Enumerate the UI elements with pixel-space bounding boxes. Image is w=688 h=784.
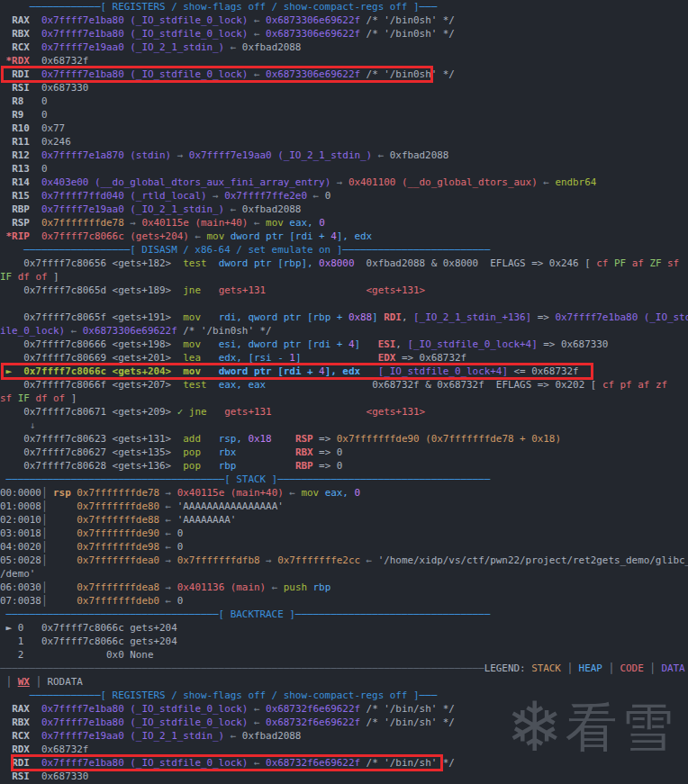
reg-row-rcx: RCX 0x7ffff7e19aa0 (_IO_2_1_stdin_) ← 0x… (0, 41, 688, 54)
reg-row-rsi: RSI 0x687330 (0, 81, 688, 95)
stack-row-01: 01:0008│ 0x7fffffffde80 ← 'AAAAAAAAAAAAA… (0, 500, 688, 513)
reg-row-r8: R8 0 (0, 95, 688, 108)
disasm-row-gets-204-current: ► 0x7ffff7c8066c <gets+204> mov dword pt… (0, 365, 688, 378)
disasm-row-gets-135: 0x7ffff7c80627 <gets+135> pop rbx RBX =>… (0, 446, 688, 459)
header-registers: ────────────[ REGISTERS / show-flags off… (0, 0, 688, 14)
reg-row-rax: RAX 0x7ffff7e1ba80 (_IO_stdfile_0_lock) … (0, 14, 688, 27)
stack-row-06: 06:0030│ 0x7fffffffdea8 → 0x401136 (main… (0, 581, 688, 594)
reg2-row-rax: RAX 0x7ffff7e1ba80 (_IO_stdfile_0_lock) … (0, 702, 688, 716)
header-registers-2: ────────────[ REGISTERS / show-flags off… (0, 689, 688, 702)
reg-row-r12: R12 0x7ffff7e1a870 (stdin) → 0x7ffff7e19… (0, 149, 688, 162)
disasm-row-blank (0, 297, 688, 311)
reg-row-r14: R14 0x403e00 (__do_global_dtors_aux_fini… (0, 176, 688, 189)
reg2-row-rdx: RDX 0x68732f (0, 743, 688, 756)
debugger-screen: ────────────[ REGISTERS / show-flags off… (0, 0, 688, 784)
reg-row-rdx: *RDX 0x68732f (0, 54, 688, 68)
legend-row-wrap: │ WX │ RODATA (0, 675, 688, 689)
reg-row-rbx: RBX 0x7ffff7e1ba80 (_IO_stdfile_0_lock) … (0, 27, 688, 41)
stack-row-03: 03:0018│ 0x7fffffffde90 ← 0 (0, 527, 688, 540)
stack-row-05-wrap: /demo' (0, 567, 688, 581)
stack-row-05: 05:0028│ 0x7fffffffdea0 → 0x7fffffffdfb8… (0, 554, 688, 567)
disasm-row-gets-191-wrap: ile_0_lock) ← 0x6873306e69622f /* '/bin0… (0, 324, 688, 338)
disasm-row-gets-182: 0x7ffff7c80656 <gets+182> test dword ptr… (0, 257, 688, 270)
disasm-row-gets-131: 0x7ffff7c80623 <gets+131> add rsp, 0x18 … (0, 432, 688, 446)
stack-row-04: 04:0020│ 0x7fffffffde98 ← 0 (0, 540, 688, 554)
disasm-row-jump-arrow: ↓ (0, 419, 688, 432)
reg-row-r13: R13 0 (0, 162, 688, 176)
stack-row-00: 00:0000│ rsp 0x7fffffffde78 → 0x40115e (… (0, 486, 688, 500)
backtrace-row-1: 1 0x7ffff7c8066c gets+204 (0, 635, 688, 648)
header-stack: ─────────────────────────────────────[ S… (0, 473, 688, 486)
stack-row-07: 07:0038│ 0x7fffffffdeb0 ← 0 (0, 594, 688, 608)
disasm-row-flags-wrap-1: IF df of ] (0, 270, 688, 284)
disasm-row-gets-189: 0x7ffff7c8065d <gets+189> jne gets+131 <… (0, 284, 688, 297)
debugger-terminal: ────────────[ REGISTERS / show-flags off… (0, 0, 688, 783)
reg-row-r9: R9 0 (0, 108, 688, 122)
reg2-row-rbx: RBX 0x7ffff7e1ba80 (_IO_stdfile_0_lock) … (0, 716, 688, 729)
reg-row-rdi-highlighted: RDI 0x7ffff7e1ba80 (_IO_stdfile_0_lock) … (0, 68, 688, 81)
reg-row-rbp: RBP 0x7ffff7e19aa0 (_IO_2_1_stdin_) ← 0x… (0, 203, 688, 216)
reg2-row-rsi: RSI 0x687330 (0, 770, 688, 783)
disasm-row-gets-136: 0x7ffff7c80628 <gets+136> pop rbp RBP =>… (0, 459, 688, 473)
reg-row-r15: R15 0x7ffff7ffd040 (_rtld_local) → 0x7ff… (0, 189, 688, 203)
reg-row-r10: R10 0x77 (0, 122, 688, 135)
backtrace-row-0: ► 0 0x7ffff7c8066c gets+204 (0, 621, 688, 635)
reg-row-rsp: RSP 0x7fffffffde78 → 0x40115e (main+40) … (0, 216, 688, 230)
disasm-row-gets-191: 0x7ffff7c8065f <gets+191> mov rdi, qword… (0, 311, 688, 324)
reg2-row-rdi-highlighted: RDI 0x7ffff7e1ba80 (_IO_stdfile_0_lock) … (0, 756, 688, 770)
legend-row: ────────────────────────────────────────… (0, 662, 688, 675)
reg2-row-rcx: RCX 0x7ffff7e19aa0 (_IO_2_1_stdin_) ← 0x… (0, 729, 688, 743)
reg-row-r11: R11 0x246 (0, 135, 688, 149)
header-disasm: ──────────────────[ DISASM / x86-64 / se… (0, 243, 688, 257)
header-backtrace: ────────────────────────────────────[ BA… (0, 608, 688, 621)
disasm-row-gets-207: 0x7ffff7c8066f <gets+207> test eax, eax … (0, 378, 688, 392)
disasm-row-gets-201: 0x7ffff7c80669 <gets+201> lea edx, [rsi … (0, 351, 688, 365)
disasm-row-gets-198: 0x7ffff7c80666 <gets+198> mov esi, dword… (0, 338, 688, 351)
backtrace-row-2: 2 0x0 None (0, 648, 688, 662)
disasm-row-flags-wrap-2: sf IF df of ] (0, 392, 688, 405)
stack-row-02: 02:0010│ 0x7fffffffde88 ← 'AAAAAAAA' (0, 513, 688, 527)
disasm-row-gets-209: 0x7ffff7c80671 <gets+209> ✓ jne gets+131… (0, 405, 688, 419)
reg-row-rip: *RIP 0x7ffff7c8066c (gets+204) ← mov dwo… (0, 230, 688, 243)
